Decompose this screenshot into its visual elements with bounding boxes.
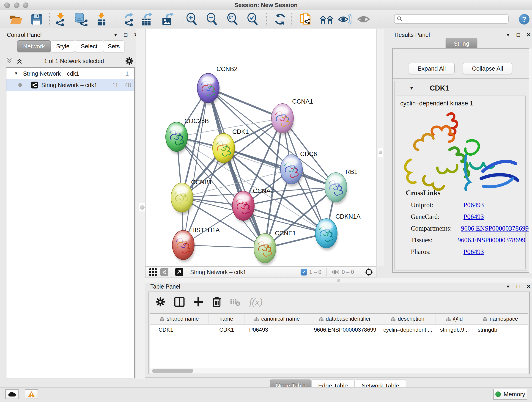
table-cell[interactable]: P06493	[244, 325, 310, 335]
network-node-CDKN1A[interactable]	[315, 219, 338, 250]
close-panel-icon[interactable]: ✕	[526, 284, 531, 289]
crosslinks-heading: CrossLinks	[406, 189, 525, 197]
column-header-database-identifier[interactable]: database identifier	[310, 313, 380, 324]
table-cell[interactable]: CDK1	[209, 325, 244, 335]
open-session-icon[interactable]	[9, 14, 23, 25]
import-network-from-database-icon[interactable]	[74, 13, 88, 26]
table-cell[interactable]: 9606.ENSP00000378699	[310, 325, 380, 335]
crosslink-value-link[interactable]: P06493	[463, 248, 484, 255]
left-splitter[interactable]	[136, 29, 145, 379]
collapse-all-icon[interactable]	[6, 58, 13, 64]
export-image-icon[interactable]	[162, 13, 174, 26]
tab-string[interactable]: String	[446, 38, 477, 49]
section-expander-icon[interactable]: ▼	[409, 86, 414, 91]
float-panel-icon[interactable]: □	[517, 284, 520, 289]
table-cell[interactable]: stringdb	[473, 325, 528, 335]
gear-icon[interactable]	[125, 57, 133, 65]
delete-icon[interactable]	[212, 297, 221, 307]
crosslink-value-link[interactable]: 9606.ENSP00000378699	[461, 225, 529, 232]
network-canvas[interactable]: CCNB2CCNA1CDC25BCDK1CDC6RB1CCNB1CCNA2CDK…	[145, 29, 376, 266]
zoom-in-icon[interactable]	[186, 13, 198, 26]
table-row[interactable]: CDK1CDK1P064939606.ENSP00000378699cyclin…	[150, 325, 528, 335]
open-in-window-icon[interactable]	[175, 268, 183, 276]
network-node-CDK1[interactable]	[213, 133, 235, 165]
tab-sets[interactable]: Sets	[103, 40, 124, 52]
clone-network-icon[interactable]	[300, 13, 312, 26]
column-header-namespace[interactable]: namespace	[473, 313, 528, 324]
help-button[interactable]: ?	[519, 14, 530, 25]
expand-all-icon[interactable]	[16, 58, 23, 64]
network-node-CCNA2[interactable]	[232, 191, 255, 223]
add-column-icon[interactable]	[193, 297, 203, 307]
title-bar: Session: New Session	[0, 0, 532, 10]
network-node-CDC6[interactable]	[280, 155, 303, 186]
birds-eye-icon[interactable]	[364, 268, 374, 277]
import-table-icon[interactable]	[96, 13, 107, 26]
collapse-panel-icon[interactable]: ▼	[506, 33, 510, 37]
column-header-shared-name[interactable]: shared name	[150, 313, 209, 324]
right-splitter[interactable]	[377, 29, 384, 266]
search-input[interactable]	[403, 16, 508, 22]
float-panel-icon[interactable]: □	[517, 32, 520, 38]
crosslink-label: Tissues:	[411, 236, 448, 244]
table-cell[interactable]: cyclin–dependent ...	[380, 325, 436, 335]
zoom-fit-icon[interactable]	[227, 13, 239, 26]
table-settings-gear-icon[interactable]	[155, 297, 165, 307]
network-collection-row[interactable]: ▼ String Network – cdk1 1	[6, 68, 134, 79]
column-header--id[interactable]: @id	[436, 313, 473, 324]
float-panel-icon[interactable]: □	[124, 32, 128, 38]
selected-nodes-checkbox[interactable]: ✓	[301, 269, 307, 275]
horizontal-splitter-handle[interactable]	[337, 279, 340, 282]
zoom-out-icon[interactable]	[206, 13, 218, 26]
network-node-CDC25B[interactable]	[166, 122, 188, 154]
tab-select[interactable]: Select	[75, 40, 103, 52]
network-node-CCNB1[interactable]	[171, 183, 193, 215]
gene-description: cyclin–dependent kinase 1	[400, 100, 473, 107]
column-header-name[interactable]: name	[209, 313, 244, 324]
string-view-icon[interactable]	[160, 268, 168, 276]
network-node-CCNE1[interactable]	[254, 234, 276, 265]
show-columns-icon[interactable]	[174, 297, 185, 307]
import-network-icon[interactable]	[55, 13, 66, 26]
column-header-canonical-name[interactable]: canonical name	[244, 313, 310, 324]
right-splitter-handle[interactable]	[378, 148, 383, 157]
horizontal-splitter[interactable]	[145, 278, 532, 283]
export-network-icon[interactable]	[123, 13, 135, 26]
results-panel: Results Panel ▼ □ ✕ String Expand All Co…	[391, 29, 532, 274]
tab-network[interactable]: Network	[17, 40, 51, 52]
refresh-icon[interactable]	[274, 13, 286, 25]
crosslink-value-link[interactable]: P06493	[463, 201, 484, 209]
crosslink-label: Compartments:	[411, 225, 452, 232]
expand-all-button[interactable]: Expand All	[409, 63, 455, 74]
cloud-button[interactable]	[5, 389, 19, 399]
crosslink-value-link[interactable]: P06493	[463, 213, 484, 220]
grid-view-icon[interactable]	[149, 268, 157, 276]
hidden-eye-icon[interactable]	[332, 269, 340, 275]
tree-expander-icon[interactable]: ▼	[14, 71, 18, 76]
home-levels-icon[interactable]	[319, 14, 334, 25]
collapse-panel-icon[interactable]: ▼	[506, 284, 510, 289]
results-scrollbar[interactable]	[529, 49, 532, 273]
collapse-panel-icon[interactable]: ▼	[114, 33, 118, 37]
table-cell[interactable]: stringdb:9...	[436, 325, 473, 335]
network-node-RB1[interactable]	[325, 172, 347, 204]
hide-selected-icon[interactable]	[338, 13, 351, 25]
warnings-button[interactable]	[25, 389, 38, 399]
left-splitter-handle[interactable]	[139, 203, 146, 212]
network-node-HIST1H1A[interactable]	[172, 230, 195, 262]
tab-style[interactable]: Style	[51, 40, 75, 52]
export-table-icon[interactable]	[141, 13, 153, 26]
table-hscrollbar[interactable]	[150, 368, 528, 374]
table-hscrollbar-thumb[interactable]	[152, 369, 193, 373]
collapse-all-button[interactable]: Collapse All	[463, 63, 512, 74]
crosslink-value-link[interactable]: 9606.ENSP00000378699	[457, 236, 525, 244]
network-node-CCNA1[interactable]	[272, 104, 294, 135]
network-row-selected[interactable]: String Network – cdk1 11 48	[6, 79, 134, 91]
zoom-selected-icon[interactable]	[247, 13, 259, 26]
column-header-description[interactable]: description	[380, 313, 436, 324]
search-box[interactable]	[394, 14, 509, 24]
save-session-icon[interactable]	[31, 13, 42, 25]
close-panel-icon[interactable]: ✕	[526, 32, 531, 38]
memory-button[interactable]: Memory	[493, 389, 527, 400]
table-cell[interactable]: CDK1	[150, 325, 209, 335]
